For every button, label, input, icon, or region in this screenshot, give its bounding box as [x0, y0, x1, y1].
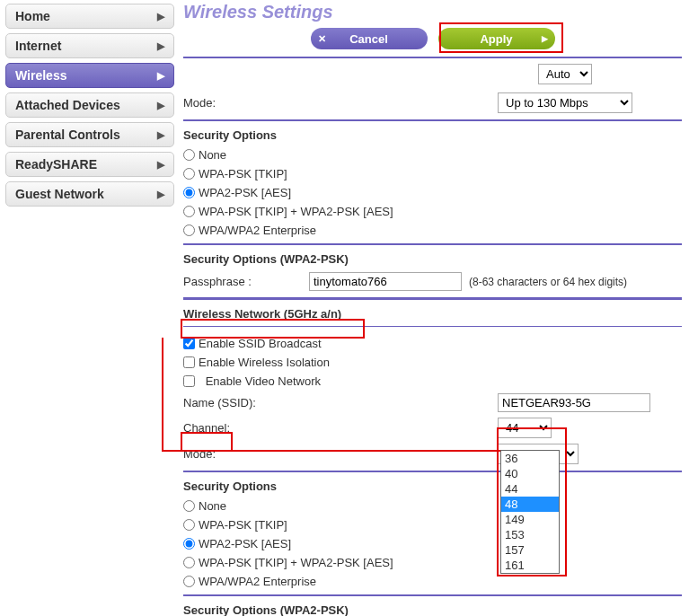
- chevron-icon: ▶: [157, 11, 164, 22]
- security-options-24-title: Security Options: [183, 125, 682, 145]
- chk-ssid-broadcast[interactable]: [183, 338, 195, 349]
- divider: [183, 57, 682, 58]
- radio-none-24[interactable]: [183, 149, 195, 161]
- ssid-input-5[interactable]: [498, 393, 650, 412]
- mode-24-select[interactable]: Up to 130 Mbps: [498, 92, 632, 113]
- security-sub-24: Security Options (WPA2-PSK): [183, 249, 682, 269]
- channel-option[interactable]: 36: [501, 451, 559, 466]
- nav-parental-controls[interactable]: Parental Controls▶: [5, 122, 174, 147]
- chevron-icon: ▶: [157, 189, 164, 200]
- channel-option[interactable]: 40: [501, 466, 559, 481]
- nav-home[interactable]: Home▶: [5, 4, 174, 29]
- channel-option[interactable]: 48: [501, 497, 559, 512]
- security-sub-5: Security Options (WPA2-PSK): [183, 600, 682, 616]
- radio-wpa-mix-5[interactable]: [183, 557, 195, 568]
- page-title: Wireless Settings: [183, 2, 682, 22]
- label-channel-5: Channel:: [183, 421, 498, 435]
- channel-option[interactable]: 149: [501, 512, 559, 527]
- cancel-button[interactable]: Cancel: [311, 28, 428, 49]
- channel-option[interactable]: 161: [501, 558, 559, 573]
- divider: [183, 119, 682, 121]
- radio-enterprise-5[interactable]: [183, 576, 195, 587]
- channel-5-dropdown-open[interactable]: 36 40 44 48 149 153 157 161: [500, 450, 560, 574]
- security-options-5-title: Security Options: [183, 476, 682, 497]
- divider: [183, 594, 682, 596]
- chevron-icon: ▶: [157, 129, 164, 141]
- passphrase-hint-24: (8-63 characters or 64 hex digits): [469, 276, 627, 288]
- label-mode-24: Mode:: [183, 96, 498, 110]
- channel-option[interactable]: 44: [501, 481, 559, 497]
- divider: [183, 297, 682, 300]
- radio-wpa-mix-24[interactable]: [183, 206, 195, 217]
- nav-internet[interactable]: Internet▶: [5, 33, 174, 58]
- nav-guest-network[interactable]: Guest Network▶: [5, 181, 174, 207]
- radio-wpa-tkip-5[interactable]: [183, 519, 195, 531]
- radio-enterprise-24[interactable]: [183, 224, 195, 236]
- nav-wireless[interactable]: Wireless▶: [5, 63, 174, 88]
- channel-option[interactable]: 157: [501, 542, 559, 558]
- chk-wireless-isolation[interactable]: [183, 356, 195, 368]
- radio-wpa-tkip-24[interactable]: [183, 168, 195, 180]
- radio-wpa2-aes-5[interactable]: [183, 538, 195, 550]
- channel-24-select[interactable]: Auto: [538, 64, 592, 84]
- label-mode-5: Mode:: [183, 447, 498, 461]
- divider: [183, 243, 682, 245]
- heading-5ghz: Wireless Network (5GHz a/n): [183, 304, 341, 324]
- chevron-icon: ▶: [157, 159, 164, 171]
- channel-5-select[interactable]: 44: [498, 418, 552, 438]
- chevron-icon: ▶: [157, 100, 164, 111]
- chk-video-network[interactable]: [183, 375, 195, 387]
- sidebar: Home▶ Internet▶ Wireless▶ Attached Devic…: [0, 0, 180, 616]
- chevron-icon: ▶: [157, 70, 164, 82]
- radio-none-5[interactable]: [183, 500, 195, 512]
- divider: [183, 326, 682, 327]
- passphrase-label-24: Passphrase :: [183, 275, 309, 288]
- nav-readyshare[interactable]: ReadySHARE▶: [5, 152, 174, 177]
- apply-button[interactable]: Apply: [438, 28, 555, 49]
- radio-wpa2-aes-24[interactable]: [183, 187, 195, 198]
- divider: [183, 471, 682, 472]
- nav-attached-devices[interactable]: Attached Devices▶: [5, 92, 174, 118]
- label-ssid-5: Name (SSID):: [183, 396, 498, 409]
- channel-option[interactable]: 153: [501, 527, 559, 542]
- passphrase-input-24[interactable]: [309, 272, 462, 291]
- chevron-icon: ▶: [157, 40, 164, 52]
